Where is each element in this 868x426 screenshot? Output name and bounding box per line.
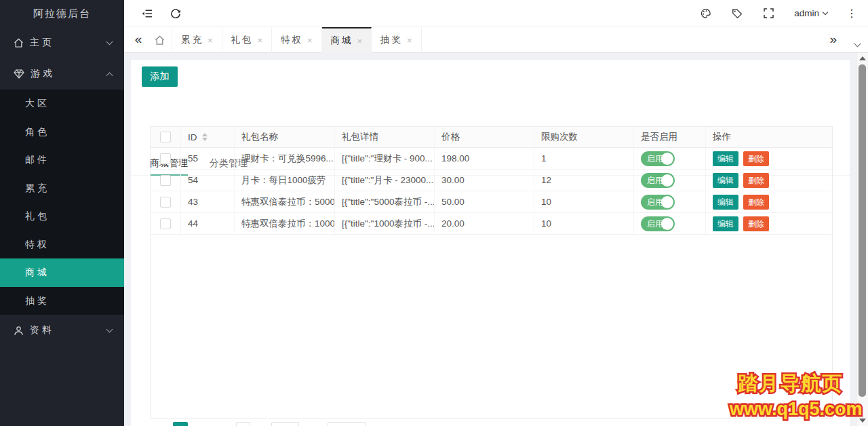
cell-detail: [{"title":"月卡 - 23000... [335, 170, 435, 191]
row-checkbox[interactable] [160, 153, 171, 164]
edit-button[interactable]: 编辑 [713, 216, 738, 231]
row-checkbox[interactable] [160, 175, 171, 186]
enabled-toggle[interactable]: 启用 [641, 151, 675, 166]
row-checkbox[interactable] [160, 218, 171, 229]
cell-price: 20.00 [435, 213, 534, 234]
table-row: 44 特惠双倍泰拉币：1000 [{"title":"1000泰拉币 -... … [151, 213, 832, 235]
sidebar-item-home[interactable]: 主页 [0, 27, 124, 58]
sidebar-subitem-youjian[interactable]: 邮件 [0, 146, 124, 174]
cell-id: 43 [181, 191, 235, 212]
tabs-scroll-right-icon[interactable]: » [829, 27, 837, 53]
tab-choujiang[interactable]: 抽奖× [372, 27, 422, 53]
sidebar-item-games[interactable]: 游戏 [0, 58, 124, 90]
close-icon[interactable]: × [307, 35, 313, 45]
toggle-knob [661, 218, 673, 230]
tab-leichong[interactable]: 累充× [172, 27, 222, 53]
close-icon[interactable]: × [407, 35, 412, 45]
cell-price: 198.00 [435, 148, 534, 169]
enabled-toggle[interactable]: 启用 [641, 216, 675, 231]
table-row: 55 理财卡：可兑换5996... [{"title":"理财卡 - 900..… [151, 148, 832, 170]
scrollbar-thumb[interactable] [859, 64, 866, 397]
content-panel: 添加 商城管理 分类管理 ID 礼包名称 礼包详情 价格 限购次数 是否启用 操… [131, 60, 850, 426]
sidebar-subitem-tequan[interactable]: 特权 [0, 231, 124, 259]
column-limit: 限购次数 [534, 127, 634, 147]
edit-button[interactable]: 编辑 [713, 151, 738, 166]
sidebar-item-label: 主页 [30, 37, 107, 49]
cell-id: 55 [181, 148, 235, 169]
sidebar-item-profile[interactable]: 资料 [0, 315, 124, 346]
cell-detail: [{"title":"理财卡 - 900... [335, 148, 435, 169]
enabled-toggle[interactable]: 启用 [641, 173, 675, 188]
select-all-checkbox[interactable] [160, 132, 171, 142]
cell-id: 54 [181, 170, 235, 191]
add-button[interactable]: 添加 [142, 66, 178, 87]
cell-detail: [{"title":"1000泰拉币 -... [335, 213, 435, 234]
sidebar-subitem-leichong[interactable]: 累充 [0, 174, 124, 203]
edit-button[interactable]: 编辑 [713, 195, 738, 210]
tag-icon[interactable] [732, 8, 743, 19]
tab-home[interactable] [147, 27, 172, 53]
cell-price: 50.00 [435, 191, 534, 212]
edit-button[interactable]: 编辑 [713, 173, 738, 188]
toolbar-right-group: admin ⋮ [701, 8, 868, 19]
collapse-sidebar-icon[interactable] [142, 8, 153, 19]
cell-name: 特惠双倍泰拉币：5000 [235, 191, 335, 212]
chevron-down-icon [106, 38, 113, 45]
gift-table: ID 礼包名称 礼包详情 价格 限购次数 是否启用 操作 55 理财卡：可兑换5… [150, 126, 833, 419]
cell-name: 特惠双倍泰拉币：1000 [235, 213, 335, 234]
chevron-down-icon [823, 9, 828, 14]
table-row: 43 特惠双倍泰拉币：5000 [{"title":"5000泰拉币 -... … [151, 191, 832, 213]
open-tabs: 累充× 礼包× 特权× 商城× 抽奖× [172, 27, 422, 53]
column-id: ID [188, 132, 197, 142]
delete-button[interactable]: 删除 [743, 216, 769, 231]
toggle-knob [661, 153, 673, 165]
sidebar: 阿拉德后台 主页 游戏 大区 角色 邮件 累充 礼包 特权 商城 抽奖 资料 [0, 0, 124, 426]
sidebar-submenu-games: 大区 角色 邮件 累充 礼包 特权 商城 抽奖 [0, 90, 124, 315]
sidebar-subitem-choujiang[interactable]: 抽奖 [0, 287, 124, 315]
cell-name: 理财卡：可兑换5996... [235, 148, 335, 169]
tabs-dropdown-icon[interactable] [855, 37, 860, 48]
content-area: 添加 商城管理 分类管理 ID 礼包名称 礼包详情 价格 限购次数 是否启用 操… [124, 53, 868, 426]
delete-button[interactable]: 删除 [743, 151, 769, 166]
main-area: admin ⋮ « 累充× 礼包× 特权× 商城× 抽奖× » 添加 商城管理 … [124, 0, 868, 426]
scroll-up-arrow-icon[interactable] [859, 56, 866, 60]
tabs-scroll-left-icon[interactable]: « [130, 27, 147, 53]
close-icon[interactable]: × [257, 35, 262, 45]
row-checkbox[interactable] [160, 197, 171, 208]
sidebar-subitem-daqu[interactable]: 大区 [0, 90, 124, 118]
more-menu-icon[interactable]: ⋮ [846, 8, 857, 19]
chevron-up-icon [106, 72, 113, 79]
sort-icon[interactable] [202, 133, 208, 141]
pagination-button[interactable] [236, 422, 250, 426]
vertical-scrollbar[interactable] [856, 53, 868, 426]
tab-tequan[interactable]: 特权× [272, 27, 322, 53]
theme-palette-icon[interactable] [701, 8, 711, 19]
cell-limit: 12 [534, 170, 634, 191]
sidebar-subitem-libao[interactable]: 礼包 [0, 202, 124, 231]
user-icon [14, 326, 24, 336]
close-icon[interactable]: × [357, 36, 362, 46]
tab-libao[interactable]: 礼包× [222, 27, 273, 53]
sidebar-subitem-shangcheng-active[interactable]: 商城 [0, 258, 124, 287]
app-title: 阿拉德后台 [0, 0, 124, 27]
username: admin [794, 8, 819, 18]
scroll-down-arrow-icon[interactable] [859, 419, 866, 423]
home-icon [14, 38, 24, 48]
pagination-current-page[interactable]: 1 [173, 422, 188, 426]
tab-strip: « 累充× 礼包× 特权× 商城× 抽奖× » [124, 27, 868, 53]
home-icon [155, 35, 165, 45]
delete-button[interactable]: 删除 [743, 195, 769, 210]
delete-button[interactable]: 删除 [743, 173, 769, 188]
cell-name: 月卡：每日1000疲劳 [235, 170, 335, 191]
user-menu[interactable]: admin [794, 8, 827, 18]
close-icon[interactable]: × [208, 35, 213, 45]
tab-shangcheng-active[interactable]: 商城× [322, 27, 372, 53]
table-row: 54 月卡：每日1000疲劳 [{"title":"月卡 - 23000... … [151, 170, 832, 191]
pagination-button[interactable] [271, 422, 299, 426]
column-price: 价格 [435, 127, 534, 147]
sidebar-subitem-juese[interactable]: 角色 [0, 118, 124, 147]
enabled-toggle[interactable]: 启用 [641, 195, 675, 210]
pagination-page-size[interactable] [328, 422, 366, 426]
fullscreen-icon[interactable] [763, 8, 774, 19]
refresh-icon[interactable] [170, 8, 181, 19]
